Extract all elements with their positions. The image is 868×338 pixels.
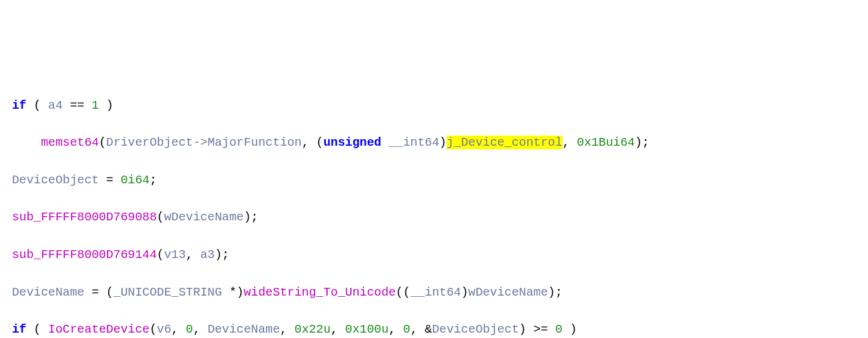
paren: ); <box>635 136 649 149</box>
function-call: sub_FFFFF8000D769088 <box>12 210 157 224</box>
text: , ( <box>302 136 323 149</box>
function-call: sub_FFFFF8000D769144 <box>12 248 157 262</box>
code-view: if ( a4 == 1 ) memset64(DriverObject->Ma… <box>12 77 868 338</box>
paren: ); <box>548 285 563 299</box>
number: 0x22u <box>295 322 331 336</box>
paren: ) <box>99 99 113 112</box>
keyword-if: if <box>12 322 26 336</box>
variable: wDeviceName <box>468 285 548 299</box>
paren: ( <box>99 136 106 149</box>
paren: ); <box>244 210 258 224</box>
type: __int64 <box>410 285 461 299</box>
code-line: if ( IoCreateDevice(v6, 0, DeviceName, 0… <box>12 320 868 338</box>
number: 1 <box>91 99 99 112</box>
number: 0x1Bui64 <box>577 136 635 149</box>
pointer: * <box>222 285 236 299</box>
type: _UNICODE_STRING <box>114 285 222 299</box>
semicolon: ; <box>149 173 157 187</box>
function-call: IoCreateDevice <box>48 322 150 336</box>
code-line: if ( a4 == 1 ) <box>12 96 868 115</box>
function-call: memset64 <box>41 136 99 149</box>
variable: DriverObject <box>106 136 193 149</box>
code-line: sub_FFFFF8000D769144(v13, a3); <box>12 245 868 264</box>
comma: , <box>172 322 186 336</box>
code-line: memset64(DriverObject->MajorFunction, (u… <box>12 133 868 152</box>
paren: ); <box>215 248 229 262</box>
number: 0 <box>403 322 410 336</box>
paren: ( <box>26 322 48 336</box>
variable: wDeviceName <box>164 210 243 224</box>
number: 0 <box>186 322 193 336</box>
paren: ) >= <box>519 322 555 336</box>
space <box>381 136 389 149</box>
variable: a3 <box>200 248 215 262</box>
variable: v6 <box>157 322 171 336</box>
variable: DeviceName <box>12 285 84 299</box>
comma: , <box>280 322 294 336</box>
paren: ) <box>439 136 447 149</box>
paren: ( <box>149 322 157 336</box>
member: MajorFunction <box>207 136 302 149</box>
variable: DeviceObject <box>12 173 99 187</box>
highlighted-symbol: j_Device_control <box>447 136 563 149</box>
accessor: -> <box>193 136 207 149</box>
operator: = <box>84 285 106 299</box>
number: 0i64 <box>121 173 149 187</box>
indent <box>12 136 41 149</box>
comma: , <box>186 248 200 262</box>
paren: ( <box>157 210 164 224</box>
paren: ( <box>157 248 164 262</box>
paren: ) <box>461 285 468 299</box>
operator: = <box>99 173 120 187</box>
type: __int64 <box>389 136 439 149</box>
variable: DeviceObject <box>432 322 519 336</box>
variable: v13 <box>164 248 185 262</box>
text: , <box>563 136 577 149</box>
variable: a4 <box>48 99 63 112</box>
paren: ( <box>106 285 114 299</box>
variable: DeviceName <box>207 322 280 336</box>
comma: , <box>331 322 345 336</box>
code-line: sub_FFFFF8000D769088(wDeviceName); <box>12 208 868 226</box>
number: 0 <box>555 322 563 336</box>
paren: ) <box>237 285 244 299</box>
operator: == <box>63 99 91 112</box>
code-line: DeviceName = (_UNICODE_STRING *)wideStri… <box>12 283 868 302</box>
code-line: DeviceObject = 0i64; <box>12 171 868 189</box>
paren: (( <box>396 285 410 299</box>
number: 0x100u <box>345 322 389 336</box>
comma: , & <box>410 322 432 336</box>
comma: , <box>193 322 207 336</box>
paren: ) <box>563 322 577 336</box>
comma: , <box>389 322 403 336</box>
keyword-unsigned: unsigned <box>323 136 381 149</box>
function-call: wideString_To_Unicode <box>244 285 396 299</box>
keyword-if: if <box>12 99 26 112</box>
paren: ( <box>26 99 48 112</box>
